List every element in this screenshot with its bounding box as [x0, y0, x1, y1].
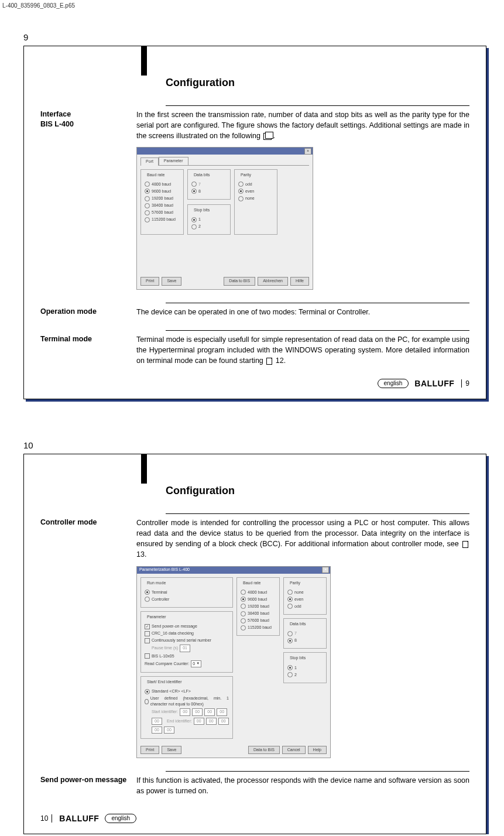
hex-input[interactable]: 00 — [218, 718, 229, 725]
opt-label: BIS L-10x05 — [152, 653, 174, 659]
radio[interactable] — [287, 672, 293, 677]
radio[interactable] — [145, 217, 150, 222]
hex-input[interactable]: 00 — [217, 708, 227, 715]
group-parity: Parity none even odd — [283, 577, 327, 615]
opt-label: odd — [245, 181, 252, 187]
dialog-title: Parameterization BIS L-400 — [139, 567, 190, 573]
radio[interactable] — [145, 196, 150, 201]
opt-label: User defined (hexadecimal, min. 1 charac… — [150, 695, 229, 707]
radio[interactable] — [238, 181, 244, 187]
radio[interactable] — [238, 189, 244, 194]
radio[interactable] — [287, 604, 293, 609]
opt-label: none — [245, 196, 255, 201]
hex-input[interactable]: 00 — [152, 718, 162, 725]
close-icon[interactable]: × — [304, 148, 311, 155]
checkbox[interactable] — [145, 631, 150, 636]
abort-button[interactable]: Abbrechen — [258, 277, 288, 285]
radio[interactable] — [191, 224, 197, 229]
opt-label: Controller — [152, 597, 169, 602]
opt-label: 19200 baud — [248, 604, 269, 609]
radio[interactable] — [241, 604, 246, 609]
radio[interactable] — [145, 689, 150, 694]
divider — [166, 513, 469, 514]
opt-label: 4800 baud — [152, 181, 171, 187]
radio[interactable] — [241, 590, 246, 595]
page-number-top-10: 10 — [23, 440, 504, 450]
close-icon[interactable]: × — [322, 567, 329, 573]
radio[interactable] — [191, 181, 197, 187]
page-footer: english BALLUFF 9 — [40, 379, 469, 388]
radio[interactable] — [145, 597, 150, 602]
help-button[interactable]: Hilfe — [290, 277, 309, 285]
radio[interactable] — [145, 210, 150, 215]
cancel-button[interactable]: Cancel — [282, 746, 306, 754]
dialog-tabs: Port Parameter — [140, 157, 309, 165]
pausetime-label: Pause time (s) — [152, 645, 178, 651]
help-button[interactable]: Help — [308, 746, 327, 754]
pausetime-input[interactable]: 01 — [180, 645, 190, 652]
hex-input[interactable]: 00 — [206, 718, 217, 725]
rcc-select[interactable]: 0▼ — [191, 660, 201, 667]
group-legend: Run mode — [146, 580, 167, 586]
dialog-titlebar: Parameterization BIS L-400 × — [137, 567, 330, 574]
radio[interactable] — [287, 665, 293, 670]
opt-label: 38400 baud — [248, 611, 269, 616]
section-power-on: Send power-on message If this function i… — [40, 775, 469, 796]
data-to-bis-button[interactable]: Data to BIS — [248, 746, 280, 754]
hex-input[interactable]: 00 — [192, 708, 203, 715]
end-id-label: End identifier: — [167, 718, 192, 724]
page-number: 9 — [461, 379, 469, 388]
opt-label: Terminal — [152, 590, 167, 595]
radio[interactable] — [238, 196, 244, 201]
section-label: Send power-on message — [40, 775, 136, 796]
data-to-bis-button[interactable]: Data to BIS — [224, 277, 255, 285]
group-legend: Parity — [289, 580, 301, 586]
print-button[interactable]: Print — [140, 746, 159, 754]
checkbox[interactable] — [145, 624, 150, 629]
hex-input[interactable]: 00 — [194, 718, 204, 725]
figure-port-dialog: × Port Parameter Baud rate 4800 baud 960… — [136, 147, 469, 289]
section-controller-mode: Controller mode Controller mode is inten… — [40, 518, 469, 758]
tab-parameter[interactable]: Parameter — [159, 157, 188, 165]
dialog-buttons: Print Save Data to BIS Cancel Help — [137, 742, 330, 758]
save-button[interactable]: Save — [162, 277, 181, 285]
section-text: Terminal mode is especially usefull for … — [136, 335, 469, 365]
radio[interactable] — [145, 189, 150, 194]
hex-input[interactable]: 00 — [164, 727, 174, 734]
section-label: Terminal mode — [40, 334, 136, 366]
group-baud: Baud rate 4800 baud 9600 baud 19200 baud… — [140, 169, 184, 235]
save-button[interactable]: Save — [162, 746, 181, 754]
group-parameter: Parameter Send power-on message CRC_16 d… — [140, 611, 233, 673]
radio[interactable] — [287, 638, 293, 643]
radio[interactable] — [145, 181, 150, 187]
section-body: In the first screen the transmission rat… — [136, 109, 469, 290]
radio[interactable] — [145, 203, 150, 208]
radio[interactable] — [241, 625, 246, 631]
group-legend: Parity — [239, 172, 252, 178]
radio[interactable] — [241, 618, 246, 623]
radio[interactable] — [287, 590, 293, 595]
radio[interactable] — [191, 217, 197, 222]
radio[interactable] — [145, 590, 150, 595]
radio[interactable] — [287, 597, 293, 602]
section-body: Terminal mode is especially usefull for … — [136, 334, 469, 366]
radio[interactable] — [287, 631, 293, 636]
hex-input[interactable]: 00 — [204, 708, 215, 715]
section-tail: 12. — [273, 357, 286, 365]
section-text: Controller mode is intended for controll… — [136, 519, 469, 548]
dialog-titlebar: × — [137, 148, 313, 155]
checkbox[interactable] — [145, 653, 150, 659]
tab-port[interactable]: Port — [140, 157, 159, 165]
hex-input[interactable]: 00 — [180, 708, 190, 715]
hex-input[interactable]: 00 — [152, 727, 162, 734]
checkbox[interactable] — [145, 638, 150, 643]
brand-logo: BALLUFF — [59, 814, 99, 823]
radio[interactable] — [241, 611, 246, 616]
page-icon — [462, 541, 468, 548]
radio[interactable] — [145, 699, 149, 704]
radio[interactable] — [191, 189, 197, 194]
opt-label: 115200 baud — [248, 625, 272, 631]
opt-label: 2 — [294, 672, 297, 678]
print-button[interactable]: Print — [140, 277, 159, 285]
radio[interactable] — [241, 597, 246, 602]
